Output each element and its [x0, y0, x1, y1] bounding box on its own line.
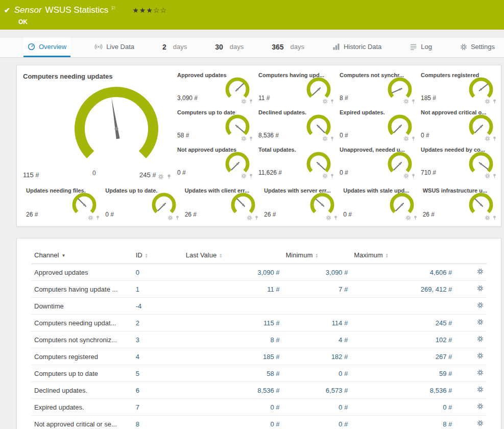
table-row[interactable]: Computers having update ...111 #7 #269, …: [31, 281, 487, 298]
gauge-settings-button[interactable]: [241, 99, 247, 104]
gauge-settings-button[interactable]: [158, 174, 164, 180]
gauge: [150, 192, 178, 216]
table-row[interactable]: Approved updates03,090 #3,090 #4,606 #: [31, 264, 487, 281]
channel-settings-button[interactable]: [477, 420, 484, 426]
gauge-pin-button[interactable]: [329, 99, 335, 104]
pin-icon: [329, 99, 335, 104]
gear-icon: [460, 43, 467, 51]
table-row[interactable]: Computers needing updat...2115 #114 #245…: [31, 315, 487, 331]
gauge-pin-button[interactable]: [248, 136, 254, 141]
priority-flag-icon[interactable]: ⚐: [111, 5, 116, 12]
gauge-pin-button[interactable]: [166, 174, 172, 180]
tab-overview[interactable]: Overview: [23, 38, 70, 57]
gauge-pin-button[interactable]: [248, 173, 254, 179]
gauge-pin-button[interactable]: [492, 99, 497, 104]
historic-data-icon: [332, 43, 340, 51]
gauge-settings-button[interactable]: [241, 173, 247, 179]
tab-historic-data[interactable]: Historic Data: [328, 38, 386, 57]
pin-icon: [411, 136, 416, 141]
channel-settings-button[interactable]: [477, 285, 484, 292]
main-gauge-title: Computers needing updates: [23, 73, 174, 80]
gauge-pin-button[interactable]: [413, 215, 418, 221]
column-header-maximum[interactable]: Maximum▲▼: [351, 247, 455, 264]
gauge-pin-button[interactable]: [175, 215, 180, 221]
gauge-settings-button[interactable]: [247, 215, 252, 221]
priority-stars[interactable]: ★★★☆☆: [132, 6, 167, 14]
table-row[interactable]: Computers not synchroniz...38 #4 #102 #: [31, 331, 487, 348]
column-header-channel[interactable]: Channel▼: [31, 247, 133, 264]
channel-settings-button[interactable]: [477, 302, 484, 308]
gear-icon: [405, 215, 411, 221]
channel-settings-button[interactable]: [477, 369, 484, 376]
column-header-minimum[interactable]: Minimum▲▼: [283, 247, 351, 264]
channel-maximum: 267 #: [351, 348, 455, 365]
gauge-card: Updates needed by co...710 #: [418, 144, 499, 181]
gauge-value: 0 #: [340, 169, 348, 176]
tab-settings[interactable]: Settings: [456, 38, 499, 57]
gauge-pin-button[interactable]: [492, 215, 497, 221]
channel-settings-button[interactable]: [477, 336, 484, 342]
tab-2-days[interactable]: 2days: [158, 38, 191, 57]
tab-live-data[interactable]: Live Data: [90, 38, 138, 57]
channel-settings-button[interactable]: [477, 386, 484, 393]
gauge-settings-button[interactable]: [88, 215, 93, 221]
gauge-pin-button[interactable]: [411, 99, 416, 104]
gauge-pin-button[interactable]: [329, 136, 335, 141]
gauge: [70, 192, 98, 216]
gauge-settings-button[interactable]: [403, 173, 409, 179]
table-row[interactable]: Declined updates.68,536 #6,573 #8,536 #: [31, 382, 487, 399]
gauge-pin-button[interactable]: [95, 215, 101, 221]
gauge: [467, 114, 495, 137]
gauge-card: WSUS infrastructure u...26 #: [420, 185, 499, 223]
table-row[interactable]: Downtime-4: [31, 298, 487, 315]
gauge-pin-button[interactable]: [329, 173, 335, 179]
pin-icon: [248, 173, 254, 179]
tab-365-days[interactable]: 365days: [268, 38, 308, 57]
sort-icon: ▲▼: [315, 253, 318, 258]
gauge-pin-button[interactable]: [492, 136, 497, 141]
pin-icon: [254, 215, 259, 221]
gauge-pin-button[interactable]: [492, 173, 497, 179]
gauge-settings-button[interactable]: [322, 99, 328, 104]
gauge-card: Declined updates.8,536 #: [255, 107, 337, 144]
gauge-settings-button[interactable]: [322, 136, 328, 141]
gauge-settings-button[interactable]: [322, 173, 328, 179]
gauge: [467, 192, 495, 216]
table-row[interactable]: Computers up to date558 #0 #59 #: [31, 365, 487, 382]
gauge-pin-button[interactable]: [411, 173, 416, 179]
gauge-pin-button[interactable]: [254, 215, 259, 221]
channel-settings-button[interactable]: [477, 352, 484, 359]
gear-icon: [485, 215, 490, 221]
gauge-settings-button[interactable]: [485, 136, 490, 141]
column-header-last-value[interactable]: Last Value▲▼: [183, 247, 283, 264]
gauge-settings-button[interactable]: [405, 215, 411, 221]
gauge-settings-button[interactable]: [167, 215, 173, 221]
column-header-id[interactable]: ID▲▼: [133, 247, 183, 264]
gauge-pin-button[interactable]: [411, 136, 416, 141]
tab-log[interactable]: Log: [405, 38, 436, 57]
channel-settings-button[interactable]: [477, 319, 484, 325]
gauge-settings-button[interactable]: [403, 136, 409, 141]
gauge-settings-button[interactable]: [403, 99, 409, 104]
pin-icon: [492, 99, 497, 104]
gear-icon: [322, 99, 328, 104]
table-row[interactable]: Not approved critical or se...80 #0 #8 #: [31, 416, 487, 429]
gauge-settings-button[interactable]: [241, 136, 247, 141]
channel-settings-button[interactable]: [477, 268, 484, 275]
tab-30-days[interactable]: 30days: [211, 38, 248, 57]
gauge-settings-button[interactable]: [485, 99, 490, 104]
gauge-settings-button[interactable]: [326, 215, 331, 221]
ok-check-icon: ✔: [4, 6, 10, 14]
gauge: [305, 77, 332, 100]
gauge-pin-button[interactable]: [248, 99, 254, 104]
gauge-pin-button[interactable]: [333, 215, 339, 221]
table-row[interactable]: Computers registered4185 #182 #267 #: [31, 348, 487, 365]
gauge-settings-button[interactable]: [485, 215, 490, 221]
table-row[interactable]: Expired updates.70 #0 #0 #: [31, 399, 487, 416]
channel-id: 7: [133, 399, 183, 416]
gauge-settings-button[interactable]: [485, 173, 490, 179]
channel-minimum: 0 #: [283, 416, 351, 429]
channel-settings-button[interactable]: [477, 403, 484, 410]
gauge-value: 26 #: [185, 211, 197, 218]
gear-icon: [477, 420, 484, 426]
